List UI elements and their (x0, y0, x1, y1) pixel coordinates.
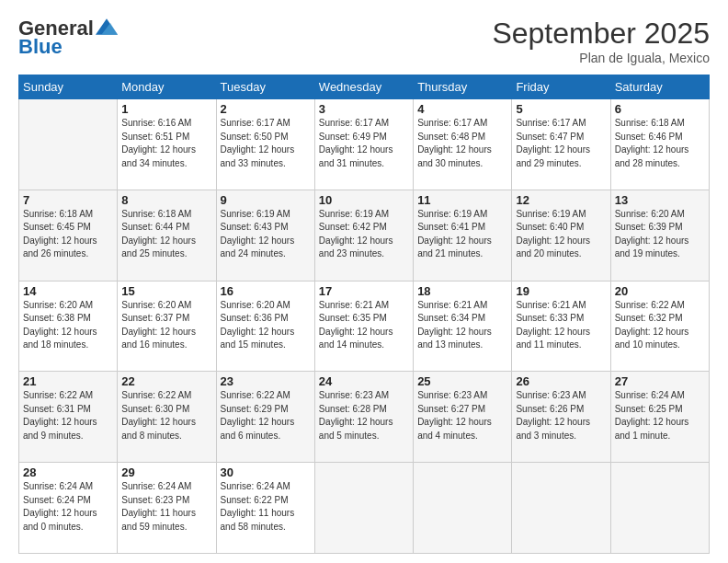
day-number: 29 (121, 465, 211, 479)
col-wednesday: Wednesday (314, 75, 413, 99)
day-number: 21 (23, 374, 113, 388)
calendar-week-row: 14Sunrise: 6:20 AM Sunset: 6:38 PM Dayli… (19, 281, 710, 372)
table-row: 17Sunrise: 6:21 AM Sunset: 6:35 PM Dayli… (314, 281, 413, 372)
day-info: Sunrise: 6:20 AM Sunset: 6:38 PM Dayligh… (23, 299, 113, 352)
day-number: 10 (319, 193, 409, 207)
table-row: 26Sunrise: 6:23 AM Sunset: 6:26 PM Dayli… (512, 372, 610, 463)
day-number: 24 (319, 374, 409, 388)
table-row (314, 463, 413, 554)
col-tuesday: Tuesday (216, 75, 314, 99)
day-number: 8 (121, 193, 211, 207)
table-row: 8Sunrise: 6:18 AM Sunset: 6:44 PM Daylig… (118, 190, 216, 281)
table-row (512, 463, 610, 554)
table-row: 23Sunrise: 6:22 AM Sunset: 6:29 PM Dayli… (216, 372, 314, 463)
location: Plan de Iguala, Mexico (492, 51, 710, 65)
table-row: 22Sunrise: 6:22 AM Sunset: 6:30 PM Dayli… (118, 372, 216, 463)
col-monday: Monday (118, 75, 216, 99)
day-number: 22 (121, 374, 211, 388)
day-info: Sunrise: 6:22 AM Sunset: 6:31 PM Dayligh… (23, 389, 113, 442)
day-info: Sunrise: 6:16 AM Sunset: 6:51 PM Dayligh… (121, 117, 211, 170)
col-saturday: Saturday (610, 75, 709, 99)
table-row: 3Sunrise: 6:17 AM Sunset: 6:49 PM Daylig… (314, 99, 413, 190)
day-number: 17 (319, 284, 409, 298)
table-row: 2Sunrise: 6:17 AM Sunset: 6:50 PM Daylig… (216, 99, 314, 190)
day-number: 18 (417, 284, 507, 298)
day-info: Sunrise: 6:21 AM Sunset: 6:34 PM Dayligh… (417, 299, 507, 352)
day-info: Sunrise: 6:19 AM Sunset: 6:40 PM Dayligh… (516, 208, 606, 261)
day-info: Sunrise: 6:19 AM Sunset: 6:42 PM Dayligh… (319, 208, 409, 261)
table-row: 15Sunrise: 6:20 AM Sunset: 6:37 PM Dayli… (118, 281, 216, 372)
table-row: 11Sunrise: 6:19 AM Sunset: 6:41 PM Dayli… (414, 190, 512, 281)
logo: General Blue (18, 17, 118, 59)
day-info: Sunrise: 6:22 AM Sunset: 6:32 PM Dayligh… (615, 299, 705, 352)
day-info: Sunrise: 6:17 AM Sunset: 6:47 PM Dayligh… (516, 117, 606, 170)
table-row: 27Sunrise: 6:24 AM Sunset: 6:25 PM Dayli… (610, 372, 709, 463)
day-info: Sunrise: 6:23 AM Sunset: 6:26 PM Dayligh… (516, 389, 606, 442)
table-row: 14Sunrise: 6:20 AM Sunset: 6:38 PM Dayli… (19, 281, 118, 372)
day-number: 14 (23, 284, 113, 298)
day-info: Sunrise: 6:24 AM Sunset: 6:22 PM Dayligh… (221, 480, 311, 534)
calendar-header-row: Sunday Monday Tuesday Wednesday Thursday… (19, 75, 710, 99)
col-thursday: Thursday (414, 75, 512, 99)
day-info: Sunrise: 6:18 AM Sunset: 6:46 PM Dayligh… (615, 117, 705, 170)
day-info: Sunrise: 6:18 AM Sunset: 6:44 PM Dayligh… (121, 208, 211, 261)
day-number: 25 (417, 374, 507, 388)
calendar-week-row: 21Sunrise: 6:22 AM Sunset: 6:31 PM Dayli… (19, 372, 710, 463)
table-row: 24Sunrise: 6:23 AM Sunset: 6:28 PM Dayli… (314, 372, 413, 463)
table-row: 28Sunrise: 6:24 AM Sunset: 6:24 PM Dayli… (19, 463, 118, 554)
calendar-week-row: 7Sunrise: 6:18 AM Sunset: 6:45 PM Daylig… (19, 190, 710, 281)
day-info: Sunrise: 6:20 AM Sunset: 6:37 PM Dayligh… (121, 299, 211, 352)
table-row: 21Sunrise: 6:22 AM Sunset: 6:31 PM Dayli… (19, 372, 118, 463)
table-row: 13Sunrise: 6:20 AM Sunset: 6:39 PM Dayli… (610, 190, 709, 281)
month-title: September 2025 (492, 17, 710, 51)
table-row: 18Sunrise: 6:21 AM Sunset: 6:34 PM Dayli… (414, 281, 512, 372)
table-row: 9Sunrise: 6:19 AM Sunset: 6:43 PM Daylig… (216, 190, 314, 281)
day-number: 23 (221, 374, 311, 388)
day-info: Sunrise: 6:24 AM Sunset: 6:25 PM Dayligh… (615, 389, 705, 442)
calendar-table: Sunday Monday Tuesday Wednesday Thursday… (18, 75, 710, 554)
table-row: 5Sunrise: 6:17 AM Sunset: 6:47 PM Daylig… (512, 99, 610, 190)
day-info: Sunrise: 6:18 AM Sunset: 6:45 PM Dayligh… (23, 208, 113, 261)
title-block: September 2025 Plan de Iguala, Mexico (492, 17, 710, 65)
col-sunday: Sunday (19, 75, 118, 99)
table-row: 20Sunrise: 6:22 AM Sunset: 6:32 PM Dayli… (610, 281, 709, 372)
table-row: 1Sunrise: 6:16 AM Sunset: 6:51 PM Daylig… (118, 99, 216, 190)
table-row: 7Sunrise: 6:18 AM Sunset: 6:45 PM Daylig… (19, 190, 118, 281)
day-info: Sunrise: 6:24 AM Sunset: 6:24 PM Dayligh… (23, 480, 113, 534)
day-number: 1 (121, 102, 211, 116)
table-row: 19Sunrise: 6:21 AM Sunset: 6:33 PM Dayli… (512, 281, 610, 372)
day-number: 7 (23, 193, 113, 207)
day-number: 6 (615, 102, 705, 116)
calendar-week-row: 1Sunrise: 6:16 AM Sunset: 6:51 PM Daylig… (19, 99, 710, 190)
day-info: Sunrise: 6:21 AM Sunset: 6:35 PM Dayligh… (319, 299, 409, 352)
header: General Blue September 2025 Plan de Igua… (18, 17, 710, 65)
table-row: 30Sunrise: 6:24 AM Sunset: 6:22 PM Dayli… (216, 463, 314, 554)
table-row: 16Sunrise: 6:20 AM Sunset: 6:36 PM Dayli… (216, 281, 314, 372)
day-info: Sunrise: 6:19 AM Sunset: 6:41 PM Dayligh… (417, 208, 507, 261)
page: General Blue September 2025 Plan de Igua… (0, 0, 728, 563)
day-number: 2 (221, 102, 311, 116)
day-info: Sunrise: 6:23 AM Sunset: 6:28 PM Dayligh… (319, 389, 409, 442)
table-row: 12Sunrise: 6:19 AM Sunset: 6:40 PM Dayli… (512, 190, 610, 281)
day-number: 11 (417, 193, 507, 207)
day-number: 5 (516, 102, 606, 116)
logo-icon (96, 18, 118, 35)
day-number: 20 (615, 284, 705, 298)
day-info: Sunrise: 6:21 AM Sunset: 6:33 PM Dayligh… (516, 299, 606, 352)
day-number: 30 (221, 465, 311, 479)
day-info: Sunrise: 6:20 AM Sunset: 6:36 PM Dayligh… (221, 299, 311, 352)
day-number: 28 (23, 465, 113, 479)
day-info: Sunrise: 6:22 AM Sunset: 6:30 PM Dayligh… (121, 389, 211, 442)
table-row: 25Sunrise: 6:23 AM Sunset: 6:27 PM Dayli… (414, 372, 512, 463)
day-number: 15 (121, 284, 211, 298)
day-number: 13 (615, 193, 705, 207)
table-row (19, 99, 118, 190)
day-number: 9 (221, 193, 311, 207)
col-friday: Friday (512, 75, 610, 99)
day-info: Sunrise: 6:20 AM Sunset: 6:39 PM Dayligh… (615, 208, 705, 261)
day-info: Sunrise: 6:17 AM Sunset: 6:48 PM Dayligh… (417, 117, 507, 170)
day-number: 16 (221, 284, 311, 298)
day-number: 4 (417, 102, 507, 116)
day-number: 12 (516, 193, 606, 207)
day-number: 19 (516, 284, 606, 298)
